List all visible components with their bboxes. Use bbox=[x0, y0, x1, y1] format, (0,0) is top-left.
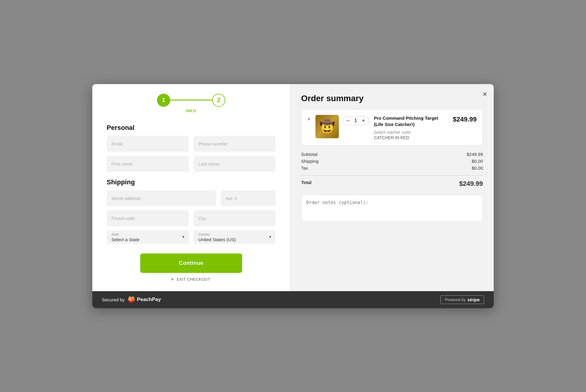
personal-row-2 bbox=[107, 156, 276, 172]
right-panel: Order summary × 🤠 − 1 + Pro Command Pitc… bbox=[290, 84, 494, 291]
postal-field[interactable] bbox=[107, 210, 189, 226]
stripe-badge: Powered by stripe bbox=[440, 295, 484, 304]
quantity-decrease-button[interactable]: − bbox=[346, 118, 350, 124]
quantity-value: 1 bbox=[353, 118, 358, 123]
country-select-wrapper: Country United States (US) ▼ bbox=[194, 230, 276, 244]
phone-field[interactable] bbox=[194, 136, 276, 152]
left-panel: 1 2 INFO Personal Shipping bbox=[92, 84, 290, 291]
personal-row-1 bbox=[107, 136, 276, 152]
step-line bbox=[170, 100, 212, 101]
total-label: Total bbox=[301, 180, 312, 188]
exit-checkout[interactable]: ✕ EXIT CHECKOUT bbox=[107, 277, 276, 282]
qty-product-row: 🤠 − 1 + bbox=[315, 115, 369, 138]
street-field[interactable] bbox=[107, 190, 216, 206]
modal-body: × 1 2 INFO Personal bbox=[92, 84, 494, 291]
shipping-row-1 bbox=[107, 190, 276, 206]
secured-by-section: Secured by 🍑 PeachPay bbox=[102, 296, 161, 303]
shipping-label: Shipping bbox=[301, 159, 318, 164]
apt-field[interactable] bbox=[221, 190, 276, 206]
order-notes-field[interactable] bbox=[301, 195, 483, 222]
product-price: $249.99 bbox=[453, 116, 477, 123]
stepper-row: 1 2 bbox=[157, 94, 225, 107]
close-button[interactable]: × bbox=[483, 89, 487, 99]
secured-by-text: Secured by bbox=[102, 297, 125, 302]
totals-divider bbox=[301, 175, 483, 176]
personal-section-title: Personal bbox=[107, 124, 276, 132]
country-select[interactable]: United States (US) bbox=[194, 230, 276, 244]
checkout-modal: × 1 2 INFO Personal bbox=[92, 84, 494, 308]
product-remove-button[interactable]: × bbox=[307, 116, 311, 122]
tax-row: Tax $0.00 bbox=[301, 165, 483, 171]
subtotal-row: Subtotal $249.99 bbox=[301, 152, 483, 157]
product-name: Pro Command Pitching Target (Life Size C… bbox=[374, 115, 448, 127]
email-field[interactable] bbox=[107, 136, 189, 152]
total-row: Total $249.99 bbox=[301, 180, 483, 188]
shipping-row-2 bbox=[107, 210, 276, 226]
total-value: $249.99 bbox=[459, 180, 483, 188]
continue-button[interactable]: Continue bbox=[140, 253, 242, 273]
step-1-circle: 1 bbox=[157, 94, 170, 107]
shipping-row: Shipping $0.00 bbox=[301, 159, 483, 164]
peachpay-icon: 🍑 bbox=[128, 296, 135, 303]
modal-footer: Secured by 🍑 PeachPay Powered by stripe bbox=[92, 291, 494, 308]
shipping-value: $0.00 bbox=[472, 159, 483, 164]
stripe-text: stripe bbox=[467, 297, 480, 302]
state-select[interactable]: Select a State bbox=[107, 230, 189, 244]
quantity-increase-button[interactable]: + bbox=[362, 118, 365, 124]
tax-label: Tax bbox=[301, 165, 308, 171]
subtotal-value: $249.99 bbox=[467, 152, 483, 157]
stepper: 1 2 INFO bbox=[107, 94, 276, 113]
lastname-field[interactable] bbox=[194, 156, 276, 172]
firstname-field[interactable] bbox=[107, 156, 189, 172]
subtotal-label: Subtotal bbox=[301, 152, 318, 157]
product-image: 🤠 bbox=[315, 115, 339, 138]
order-summary-title: Order summary bbox=[301, 94, 483, 103]
exit-label: EXIT CHECKOUT bbox=[177, 277, 210, 282]
product-info: Pro Command Pitching Target (Life Size C… bbox=[374, 115, 448, 140]
brand-name: PeachPay bbox=[137, 297, 161, 303]
city-field[interactable] bbox=[194, 210, 276, 226]
tax-value: $0.00 bbox=[472, 165, 483, 171]
product-card: × 🤠 − 1 + Pro Command Pitching Target (L… bbox=[301, 109, 483, 146]
quantity-control: − 1 + bbox=[342, 116, 369, 125]
peachpay-logo: 🍑 PeachPay bbox=[128, 296, 161, 303]
exit-icon: ✕ bbox=[171, 277, 174, 282]
powered-by-text: Powered by bbox=[445, 297, 466, 302]
shipping-section-title: Shipping bbox=[107, 178, 276, 186]
stepper-label: INFO bbox=[186, 109, 196, 113]
product-option-label: Select catcher color: bbox=[374, 130, 448, 135]
product-option-value: CATCHER IN RED bbox=[374, 135, 448, 140]
shipping-row-3: State Select a State ▼ Country United St… bbox=[107, 230, 276, 244]
state-select-wrapper: State Select a State ▼ bbox=[107, 230, 189, 244]
step-2-circle: 2 bbox=[212, 94, 225, 107]
